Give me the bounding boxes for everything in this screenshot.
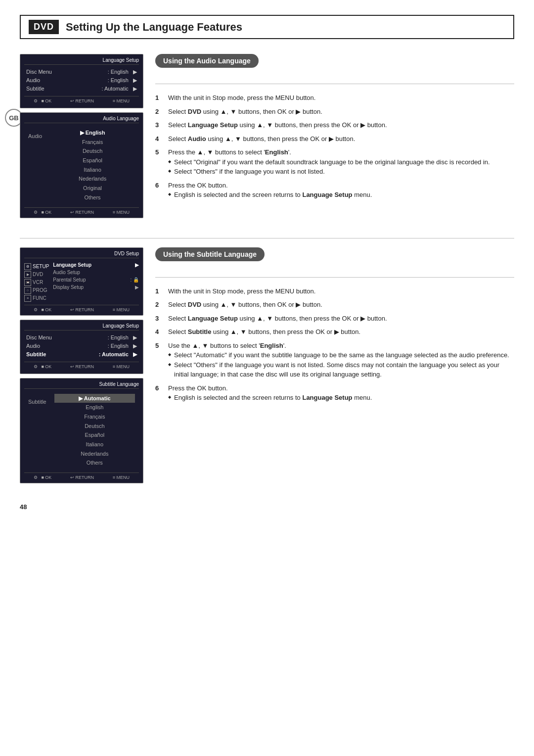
step-4: 4 Select Audio using ▲, ▼ buttons, then … (155, 134, 514, 144)
step-4: 4 Select Subtitle using ▲, ▼ buttons, th… (155, 327, 514, 337)
subtitle-lang-setup-title: Language Setup (24, 323, 139, 331)
step-1: 1 With the unit in Stop mode, press the … (155, 93, 514, 103)
subtitle-section: DVD Setup ⚙ SETUP ▶ DVD 📼 VCR (20, 247, 514, 488)
screen-row: Disc Menu : English ▶ (24, 68, 139, 76)
subtitle-menu-list: ▶ Automatic English Français Deutsch Esp… (54, 394, 135, 468)
screen-footer: ⚙ ■ OK ↩ RETURN ≡ MENU (24, 472, 139, 480)
audio-screen1-title: Language Setup (24, 57, 139, 65)
screen-footer: ⚙ ■ OK ↩ RETURN ≡ MENU (24, 362, 139, 369)
step-6: 6 Press the OK button. English is select… (155, 383, 514, 403)
subtitle-steps-list: 1 With the unit in Stop mode, press the … (155, 286, 514, 403)
audio-label: Audio (28, 128, 42, 202)
audio-section: Language Setup Disc Menu : English ▶ Aud… (20, 54, 514, 222)
audio-steps-list: 1 With the unit in Stop mode, press the … (155, 93, 514, 200)
step-2: 2 Select DVD using ▲, ▼ buttons, then OK… (155, 107, 514, 117)
subtitle-steps-col: Using the Subtitle Language 1 With the u… (155, 247, 514, 488)
step-5: 5 Press the ▲, ▼ buttons to select 'Engl… (155, 147, 514, 177)
step-5: 5 Use the ▲, ▼ buttons to select 'Englis… (155, 341, 514, 379)
audio-screens: Language Setup Disc Menu : English ▶ Aud… (20, 54, 143, 222)
subtitle-lang-title: Subtitle Language (24, 381, 139, 389)
screen-row: Audio : English ▶ (24, 342, 139, 350)
step-6: 6 Press the OK button. English is select… (155, 181, 514, 200)
screen-row: Audio : English ▶ (24, 76, 139, 85)
step-2: 2 Select DVD using ▲, ▼ buttons, then OK… (155, 300, 514, 310)
screen-row: Subtitle : Automatic ▶ (24, 85, 139, 93)
audio-menu-list: ▶ English Français Deutsch Español Itali… (50, 128, 135, 202)
step-1: 1 With the unit in Stop mode, press the … (155, 286, 514, 296)
screen-footer: ⚙ ■ OK ↩ RETURN ≡ MENU (24, 305, 139, 312)
step-3: 3 Select Language Setup using ▲, ▼ butto… (155, 120, 514, 130)
screen-footer: ⚙ ■ OK ↩ RETURN ≡ MENU (24, 96, 139, 103)
audio-screen1: Language Setup Disc Menu : English ▶ Aud… (20, 54, 143, 108)
page-header: DVD Setting Up the Language Features (20, 15, 514, 39)
screen-row-selected: Subtitle : Automatic ▶ (24, 350, 139, 359)
screen-footer: ⚙ ■ OK ↩ RETURN ≡ MENU (24, 207, 139, 215)
page-title: Setting Up the Language Features (66, 21, 242, 34)
subtitle-label: Subtitle (28, 394, 46, 468)
subtitle-lang-screen: Subtitle Language Subtitle ▶ Automatic E… (20, 378, 143, 484)
subtitle-lang-setup-screen: Language Setup Disc Menu : English ▶ Aud… (20, 320, 143, 374)
dvd-setup-screen: DVD Setup ⚙ SETUP ▶ DVD 📼 VCR (20, 247, 143, 316)
audio-steps-col: Using the Audio Language 1 With the unit… (155, 54, 514, 222)
dvd-setup-title: DVD Setup (24, 251, 139, 258)
subtitle-screens: DVD Setup ⚙ SETUP ▶ DVD 📼 VCR (20, 247, 143, 488)
audio-screen2-title: Audio Language (24, 116, 139, 123)
page-number: 48 (20, 503, 514, 511)
screen-row: Disc Menu : English ▶ (24, 333, 139, 342)
step-3: 3 Select Language Setup using ▲, ▼ butto… (155, 314, 514, 324)
audio-screen2: Audio Language Audio ▶ English Français … (20, 112, 143, 218)
subtitle-section-header: Using the Subtitle Language (155, 247, 265, 261)
audio-section-header: Using the Audio Language (155, 54, 259, 68)
dvd-badge: DVD (29, 20, 59, 34)
